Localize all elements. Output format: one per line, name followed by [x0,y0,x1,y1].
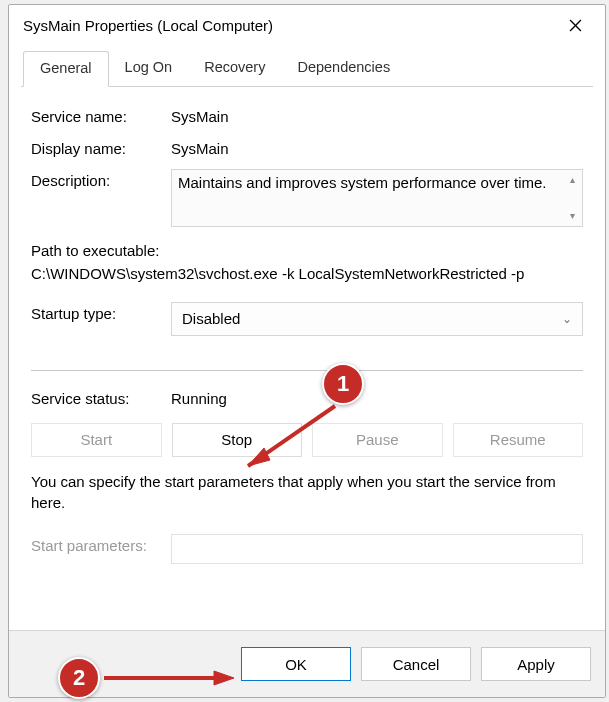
stop-button[interactable]: Stop [172,423,303,457]
tab-dependencies[interactable]: Dependencies [281,51,406,86]
close-button[interactable] [553,9,597,41]
service-status-value: Running [171,387,583,407]
dialog-footer: OK Cancel Apply [9,630,605,697]
window-title: SysMain Properties (Local Computer) [23,17,553,34]
dialog-body: General Log On Recovery Dependencies Ser… [9,45,605,630]
tab-general[interactable]: General [23,51,109,87]
apply-button[interactable]: Apply [481,647,591,681]
display-name-value: SysMain [171,137,583,157]
scroll-down-icon[interactable]: ▾ [564,208,580,224]
description-text: Maintains and improves system performanc… [178,174,546,191]
description-label: Description: [31,169,171,189]
resume-button[interactable]: Resume [453,423,584,457]
start-button[interactable]: Start [31,423,162,457]
tab-log-on[interactable]: Log On [109,51,189,86]
titlebar: SysMain Properties (Local Computer) [9,5,605,45]
ok-button[interactable]: OK [241,647,351,681]
service-control-buttons: Start Stop Pause Resume [31,423,583,457]
startup-type-value: Disabled [182,310,240,327]
path-value: C:\WINDOWS\system32\svchost.exe -k Local… [31,262,583,285]
tab-panel-general: Service name: SysMain Display name: SysM… [21,87,593,620]
chevron-down-icon: ⌄ [562,312,572,326]
tab-recovery[interactable]: Recovery [188,51,281,86]
start-params-input [171,534,583,564]
path-label: Path to executable: [31,239,583,262]
display-name-label: Display name: [31,137,171,157]
service-name-label: Service name: [31,105,171,125]
pause-button[interactable]: Pause [312,423,443,457]
startup-type-select[interactable]: Disabled ⌄ [171,302,583,336]
start-params-hint: You can specify the start parameters tha… [31,471,583,515]
scroll-up-icon[interactable]: ▴ [564,172,580,188]
startup-type-label: Startup type: [31,302,171,322]
cancel-button[interactable]: Cancel [361,647,471,681]
divider [31,370,583,371]
start-params-label: Start parameters: [31,534,171,554]
service-status-label: Service status: [31,387,171,407]
properties-dialog: SysMain Properties (Local Computer) Gene… [8,4,606,698]
annotation-badge-2: 2 [58,657,100,699]
tab-strip: General Log On Recovery Dependencies [21,51,593,87]
annotation-badge-1: 1 [322,363,364,405]
service-name-value: SysMain [171,105,583,125]
close-icon [569,19,582,32]
description-box[interactable]: Maintains and improves system performanc… [171,169,583,227]
